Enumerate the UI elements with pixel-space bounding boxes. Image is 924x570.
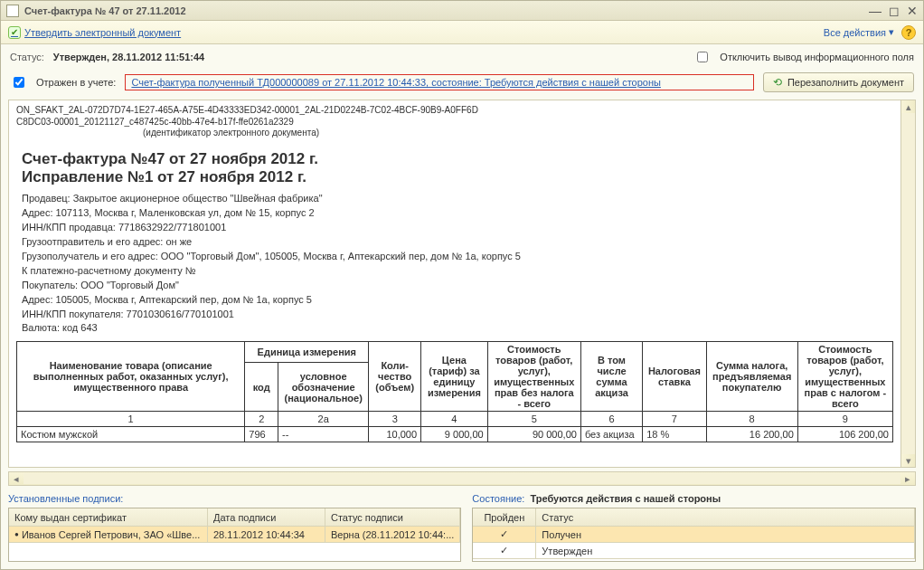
check-icon: ✓	[500, 528, 508, 540]
signatures-grid: Кому выдан сертификат Дата подписи Стату…	[8, 508, 461, 562]
items-table: Наименование товара (описание выполненны…	[16, 341, 893, 442]
state-title-label: Состояние:	[472, 493, 524, 504]
state-head-status[interactable]: Статус	[536, 508, 915, 526]
signature-row[interactable]: ● Иванов Сергей Петрович, ЗАО «Шве... 28…	[9, 527, 460, 543]
buyer: Покупатель: ООО "Торговый Дом"	[22, 279, 893, 293]
seller-addr: Адрес: 107113, Москва г, Маленковская ул…	[22, 206, 893, 221]
sig-head-date[interactable]: Дата подписи	[208, 508, 325, 526]
invoice-link[interactable]: Счет-фактура полученный ТД000000089 от 2…	[125, 74, 753, 90]
toolbar: ✔ Утвердить электронный документ Все дей…	[1, 21, 923, 44]
sig-head-who[interactable]: Кому выдан сертификат	[9, 508, 208, 526]
th-code: код	[245, 362, 278, 411]
status-label: Статус:	[10, 52, 44, 62]
doc-id-line1: ON_SFAKT_2AL-072D7D74-1E27-465A-A75E-4D4…	[16, 104, 893, 116]
disable-info-checkbox[interactable]	[697, 52, 708, 62]
th-price: Цена (тариф) за единицу измерения	[421, 342, 488, 412]
th-tax-rate: Налоговая ставка	[643, 342, 706, 412]
disable-info-label: Отключить вывод информационного поля	[720, 52, 914, 62]
reflected-checkbox[interactable]	[14, 77, 24, 88]
shipper: Грузоотправитель и его адрес: он же	[22, 235, 893, 250]
close-button[interactable]: ✕	[907, 4, 918, 18]
state-row[interactable]: ✓ Получен	[473, 527, 915, 543]
approve-edoc-button[interactable]: ✔ Утвердить электронный документ	[8, 26, 181, 39]
document-viewport: ON_SFAKT_2AL-072D7D74-1E27-465A-A75E-4D4…	[8, 100, 916, 468]
refill-button[interactable]: ⟲ Перезаполнить документ	[763, 72, 914, 92]
sig-status: Верна (28.11.2012 10:44:...	[325, 527, 460, 542]
state-title: Состояние: Требуются действия с нашей ст…	[472, 493, 916, 504]
state-panel: Состояние: Требуются действия с нашей ст…	[472, 493, 916, 562]
all-actions-label: Все действия	[824, 27, 886, 38]
cell-cost-no-tax: 90 000,00	[487, 427, 580, 442]
reflected-label: Отражен в учете:	[36, 77, 116, 88]
cell-qty: 10,000	[369, 427, 421, 442]
check-icon: ✓	[500, 545, 508, 556]
scroll-up-icon[interactable]: ▴	[901, 100, 915, 113]
cn8: 8	[706, 412, 797, 427]
state-row[interactable]: ✓ Утвержден	[473, 543, 915, 559]
check-icon: ✔	[8, 26, 21, 39]
th-unit: Единица измерения	[245, 342, 369, 363]
state-status: Получен	[536, 527, 915, 542]
th-qty: Коли-чество (объем)	[369, 342, 421, 412]
cell-name: Костюм мужской	[17, 427, 245, 442]
cn5: 5	[487, 412, 580, 427]
scroll-right-icon[interactable]: ▸	[900, 472, 915, 485]
state-status: Утвержден	[536, 543, 915, 558]
th-name: Наименование товара (описание выполненны…	[17, 342, 245, 412]
state-grid: Пройден Статус ✓ Получен ✓ Утвержден	[472, 508, 916, 562]
refill-label: Перезаполнить документ	[787, 77, 904, 88]
cell-tax-rate: 18 %	[643, 427, 706, 442]
window-root: Счет-фактура № 47 от 27.11.2012 — ◻ ✕ ✔ …	[0, 0, 924, 570]
cn9: 9	[797, 412, 892, 427]
cell-code: 796	[245, 427, 278, 442]
cn2a: 2а	[278, 412, 369, 427]
doc-id-line2: C8DC03-00001_20121127_c487425c-40bb-47e4…	[16, 116, 893, 128]
sig-date: 28.11.2012 10:44:34	[208, 527, 325, 542]
cn4: 4	[421, 412, 488, 427]
signatures-panel: Установленные подписи: Кому выдан сертиф…	[8, 493, 461, 562]
reflected-row: Отражен в учете: Счет-фактура полученный…	[1, 70, 923, 98]
scroll-left-icon[interactable]: ◂	[9, 472, 24, 485]
state-title-value: Требуются действия с нашей стороны	[530, 493, 721, 504]
minimize-button[interactable]: —	[869, 4, 882, 18]
cn6: 6	[580, 412, 642, 427]
th-excise: В том числе сумма акциза	[580, 342, 642, 412]
buyer-addr: Адрес: 105005, Москва г, Аптекарский пер…	[22, 293, 893, 308]
maximize-button[interactable]: ◻	[889, 4, 900, 18]
cn7: 7	[643, 412, 706, 427]
bottom-panels: Установленные подписи: Кому выдан сертиф…	[1, 491, 923, 569]
all-actions-menu[interactable]: Все действия ▾	[824, 26, 894, 38]
currency: Валюта: код 643	[22, 321, 893, 336]
approve-label: Утвердить электронный документ	[24, 27, 181, 38]
cell-price: 9 000,00	[421, 427, 488, 442]
cell-cost-with-tax: 106 200,00	[797, 427, 892, 442]
table-row: Костюм мужской 796 -- 10,000 9 000,00 90…	[17, 427, 893, 442]
cn1: 1	[17, 412, 245, 427]
vertical-scrollbar[interactable]: ▴ ▾	[900, 100, 915, 467]
status-value: Утвержден, 28.11.2012 11:51:44	[53, 52, 204, 62]
payment-doc: К платежно-расчетному документу №	[22, 264, 893, 279]
window-title: Счет-фактура № 47 от 27.11.2012	[24, 5, 862, 16]
scroll-down-icon[interactable]: ▾	[901, 454, 915, 467]
cell-tax-sum: 16 200,00	[706, 427, 797, 442]
th-cost-with-tax: Стоимость товаров (работ, услуг), имущес…	[797, 342, 892, 412]
cn3: 3	[369, 412, 421, 427]
signatures-title: Установленные подписи:	[8, 493, 461, 504]
sig-head-status[interactable]: Статус подписи	[325, 508, 460, 526]
seller-inn: ИНН/КПП продавца: 7718632922/771801001	[22, 221, 893, 235]
consignee: Грузополучатель и его адрес: ООО "Торгов…	[22, 250, 893, 264]
doc-heading-1: Счет-фактура №47 от 27 ноября 2012 г.	[22, 150, 893, 168]
cell-excise: без акциза	[580, 427, 642, 442]
refresh-arrow-icon: ⟲	[773, 76, 782, 89]
th-cost-no-tax: Стоимость товаров (работ, услуг), имущес…	[487, 342, 580, 412]
buyer-inn: ИНН/КПП покупателя: 7701030616/770101001	[22, 308, 893, 322]
document-content: ON_SFAKT_2AL-072D7D74-1E27-465A-A75E-4D4…	[9, 100, 900, 467]
horizontal-scrollbar[interactable]: ◂ ▸	[8, 471, 916, 486]
state-head-passed[interactable]: Пройден	[473, 508, 536, 526]
help-button[interactable]: ?	[901, 25, 916, 40]
th-unit-name: условное обозначение (национальное)	[278, 362, 369, 411]
sig-who: Иванов Сергей Петрович, ЗАО «Шве...	[22, 529, 200, 540]
chevron-down-icon: ▾	[889, 26, 894, 38]
row-marker-icon: ●	[14, 530, 19, 538]
cn2: 2	[245, 412, 278, 427]
